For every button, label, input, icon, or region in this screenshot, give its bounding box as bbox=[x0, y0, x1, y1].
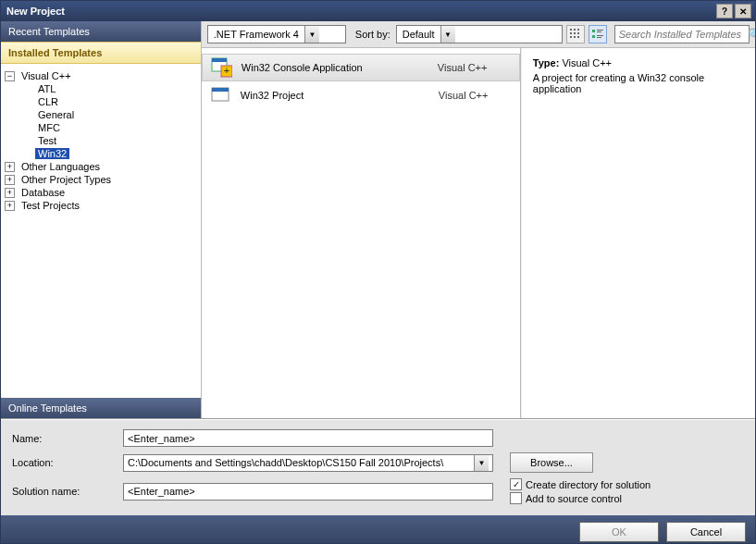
tree-node-mfc[interactable]: MFC bbox=[5, 121, 197, 134]
svg-rect-9 bbox=[592, 30, 595, 32]
search-icon[interactable]: 🔍 bbox=[748, 28, 756, 41]
svg-rect-5 bbox=[577, 32, 579, 34]
solution-name-input[interactable]: <Enter_name> bbox=[123, 483, 493, 501]
titlebar: New Project ? ✕ bbox=[1, 1, 755, 21]
checkbox-icon bbox=[510, 492, 522, 504]
project-name: Win32 Console Application bbox=[242, 62, 438, 73]
add-source-control-checkbox[interactable]: Add to source control bbox=[510, 492, 651, 504]
checkbox-icon: ✓ bbox=[510, 478, 522, 490]
location-row: Location: C:\Documents and Settings\chad… bbox=[12, 452, 744, 473]
browse-button[interactable]: Browse... bbox=[510, 452, 593, 473]
tree-label: MFC bbox=[35, 122, 63, 133]
sortby-value: Default bbox=[397, 29, 440, 40]
project-name: Win32 Project bbox=[241, 90, 439, 101]
footer: OK Cancel bbox=[1, 515, 755, 544]
tree-node-atl[interactable]: ATL bbox=[5, 82, 197, 95]
tree-label: Visual C++ bbox=[19, 70, 74, 81]
name-row: Name: <Enter_name> bbox=[12, 429, 744, 447]
tree-node-general[interactable]: General bbox=[5, 108, 197, 121]
sortby-dropdown[interactable]: Default ▼ bbox=[396, 25, 563, 43]
help-button[interactable]: ? bbox=[716, 4, 733, 19]
toolbar: .NET Framework 4 ▼ Sort by: Default ▼ 🔍 bbox=[202, 21, 755, 48]
tree-node-test[interactable]: Test bbox=[5, 134, 197, 147]
template-tree: − Visual C++ ATLCLRGeneralMFCTestWin32 +… bbox=[1, 64, 201, 398]
view-details-button[interactable] bbox=[589, 25, 607, 43]
tree-node-visual-cpp[interactable]: − Visual C++ bbox=[5, 69, 197, 82]
name-label: Name: bbox=[12, 433, 123, 444]
project-lang: Visual C++ bbox=[439, 90, 513, 101]
chevron-down-icon: ▼ bbox=[304, 26, 319, 43]
tree-node-other-project-types[interactable]: +Other Project Types bbox=[5, 173, 197, 186]
cancel-button[interactable]: Cancel bbox=[666, 522, 746, 542]
tree-label: CLR bbox=[35, 96, 61, 107]
tree-label: Win32 bbox=[35, 148, 69, 159]
svg-rect-1 bbox=[574, 29, 576, 31]
svg-rect-20 bbox=[212, 88, 229, 92]
tree-node-clr[interactable]: CLR bbox=[5, 95, 197, 108]
details-type-line: Type: Visual C++ bbox=[533, 57, 744, 68]
sidebar-installed-templates[interactable]: Installed Templates bbox=[1, 42, 201, 64]
location-label: Location: bbox=[12, 457, 123, 468]
ok-button[interactable]: OK bbox=[579, 522, 659, 542]
solution-name-label: Solution name: bbox=[12, 486, 123, 497]
win32-project-icon bbox=[209, 84, 231, 106]
svg-text:+: + bbox=[224, 65, 229, 76]
details-type-value: Visual C++ bbox=[562, 57, 612, 68]
solution-row: Solution name: <Enter_name> ✓ Create dir… bbox=[12, 478, 744, 504]
console-app-icon: + bbox=[210, 56, 232, 79]
framework-dropdown[interactable]: .NET Framework 4 ▼ bbox=[207, 25, 346, 43]
svg-rect-16 bbox=[212, 58, 227, 62]
tree-node-other-languages[interactable]: +Other Languages bbox=[5, 160, 197, 173]
bottom-form: Name: <Enter_name> Location: C:\Document… bbox=[1, 419, 755, 515]
sidebar: Recent Templates Installed Templates − V… bbox=[1, 21, 202, 418]
tree-label: Other Project Types bbox=[19, 174, 114, 185]
svg-rect-7 bbox=[574, 36, 576, 38]
sidebar-online-templates[interactable]: Online Templates bbox=[1, 398, 201, 418]
tree-node-win32[interactable]: Win32 bbox=[5, 147, 197, 160]
svg-rect-2 bbox=[577, 29, 579, 31]
chevron-down-icon: ▼ bbox=[440, 26, 455, 43]
search-input[interactable] bbox=[619, 29, 748, 40]
svg-rect-12 bbox=[592, 35, 595, 38]
project-template-row[interactable]: +Win32 Console ApplicationVisual C++ bbox=[202, 54, 520, 81]
expand-icon[interactable]: + bbox=[5, 162, 15, 172]
view-small-icons-button[interactable] bbox=[566, 25, 585, 43]
list-icon bbox=[591, 28, 604, 41]
create-directory-checkbox[interactable]: ✓ Create directory for solution bbox=[510, 478, 651, 490]
details-pane: Type: Visual C++ A project for creating … bbox=[521, 48, 755, 418]
svg-rect-8 bbox=[577, 36, 579, 38]
project-template-row[interactable]: Win32 ProjectVisual C++ bbox=[202, 81, 520, 109]
project-lang: Visual C++ bbox=[438, 62, 512, 73]
tree-label: Other Languages bbox=[19, 161, 103, 172]
framework-value: .NET Framework 4 bbox=[208, 29, 304, 40]
tree-label: ATL bbox=[35, 83, 58, 94]
expand-icon[interactable]: + bbox=[5, 188, 15, 198]
details-description: A project for creating a Win32 console a… bbox=[533, 72, 744, 94]
chevron-down-icon[interactable]: ▼ bbox=[474, 455, 489, 471]
close-button[interactable]: ✕ bbox=[735, 4, 751, 19]
sortby-label: Sort by: bbox=[350, 29, 392, 40]
tree-node-database[interactable]: +Database bbox=[5, 186, 197, 199]
tree-label: Database bbox=[19, 187, 68, 198]
sidebar-recent-templates[interactable]: Recent Templates bbox=[1, 21, 201, 42]
center-pane: .NET Framework 4 ▼ Sort by: Default ▼ 🔍 … bbox=[202, 21, 755, 418]
details-type-label: Type: bbox=[533, 57, 560, 68]
svg-rect-0 bbox=[570, 29, 572, 31]
expand-icon[interactable]: + bbox=[5, 175, 15, 185]
collapse-icon[interactable]: − bbox=[5, 71, 15, 81]
expand-icon[interactable]: + bbox=[5, 201, 15, 211]
svg-rect-6 bbox=[570, 36, 572, 38]
tree-node-test-projects[interactable]: +Test Projects bbox=[5, 199, 197, 212]
tree-label: General bbox=[35, 109, 77, 120]
location-input[interactable]: C:\Documents and Settings\chadd\Desktop\… bbox=[123, 454, 493, 472]
tree-label: Test Projects bbox=[19, 200, 82, 211]
svg-rect-4 bbox=[574, 32, 576, 34]
checkbox-group: ✓ Create directory for solution Add to s… bbox=[510, 478, 651, 504]
svg-rect-11 bbox=[597, 31, 601, 32]
svg-rect-14 bbox=[597, 37, 601, 38]
svg-rect-3 bbox=[570, 32, 572, 34]
search-box[interactable]: 🔍 bbox=[614, 25, 750, 43]
tree-label: Test bbox=[35, 135, 59, 146]
name-input[interactable]: <Enter_name> bbox=[123, 429, 493, 447]
window-title: New Project bbox=[5, 6, 714, 17]
